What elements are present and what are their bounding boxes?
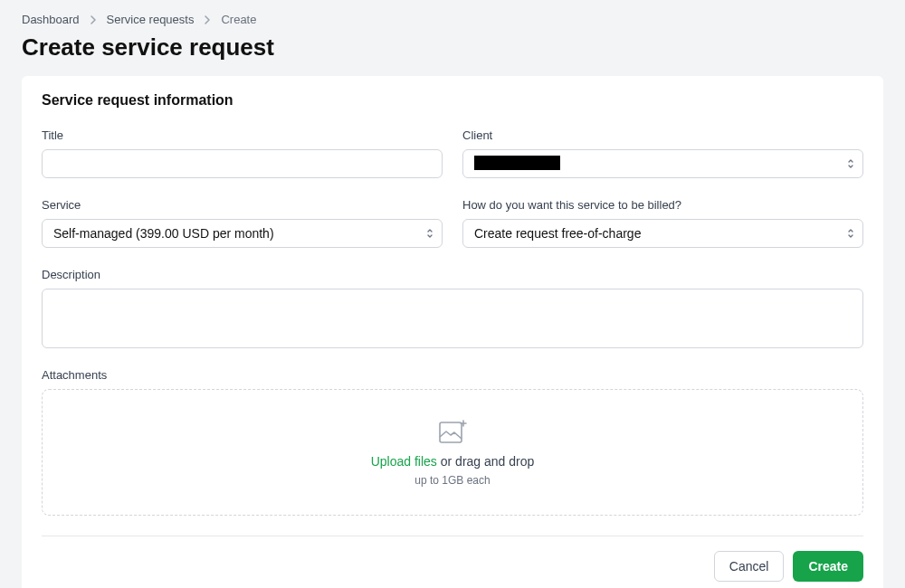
billing-label: How do you want this service to be bille… (462, 198, 863, 212)
attachments-label: Attachments (42, 368, 863, 382)
chevron-right-icon (89, 15, 98, 24)
form-actions: Cancel Create (42, 551, 863, 582)
chevron-right-icon (203, 15, 212, 24)
service-select-value: Self-managed (399.00 USD per month) (53, 226, 274, 241)
title-input[interactable] (42, 149, 443, 178)
section-heading: Service request information (42, 92, 863, 109)
client-select[interactable] (462, 149, 863, 178)
client-label: Client (462, 128, 863, 142)
breadcrumb: Dashboard Service requests Create (22, 13, 883, 26)
select-caret-icon (846, 227, 855, 240)
breadcrumb-link-service-requests[interactable]: Service requests (107, 13, 195, 26)
redacted-client-name (474, 156, 560, 170)
dropzone-suffix: or drag and drop (437, 454, 534, 469)
title-label: Title (42, 128, 443, 142)
breadcrumb-link-dashboard[interactable]: Dashboard (22, 13, 80, 26)
dropzone-subtext: up to 1GB each (414, 474, 490, 487)
upload-files-link[interactable]: Upload files (371, 454, 437, 469)
billing-select[interactable]: Create request free-of-charge (462, 219, 863, 248)
form-card: Service request information Title Client… (22, 76, 883, 588)
breadcrumb-current: Create (221, 13, 256, 26)
svg-rect-0 (440, 422, 462, 442)
create-button[interactable]: Create (793, 551, 863, 582)
select-caret-icon (846, 157, 855, 170)
page-title: Create service request (22, 33, 883, 62)
image-upload-icon (437, 418, 468, 449)
client-select-value (474, 156, 560, 173)
divider (42, 536, 863, 536)
service-label: Service (42, 198, 443, 212)
description-label: Description (42, 268, 863, 281)
description-textarea[interactable] (42, 289, 863, 348)
cancel-button[interactable]: Cancel (714, 551, 785, 582)
select-caret-icon (425, 227, 434, 240)
attachments-dropzone[interactable]: Upload files or drag and drop up to 1GB … (42, 389, 863, 516)
service-select[interactable]: Self-managed (399.00 USD per month) (42, 219, 443, 248)
dropzone-text: Upload files or drag and drop (371, 454, 535, 469)
billing-select-value: Create request free-of-charge (474, 226, 641, 241)
